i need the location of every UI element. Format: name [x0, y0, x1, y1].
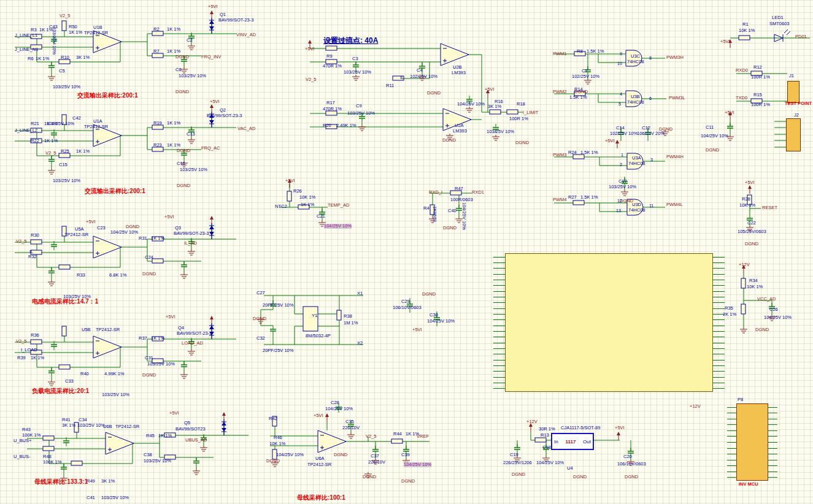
component-label: U1B: [93, 25, 102, 30]
p8-pin-stub: [768, 448, 777, 449]
mcu-pin-stub: [493, 343, 506, 343]
net-label: DGND: [422, 292, 436, 297]
p8-pin-stub: [768, 472, 777, 472]
component-label: C26: [769, 307, 778, 312]
component-label: 3: [650, 158, 653, 162]
component-label: SMT0603: [769, 21, 790, 26]
component-label: C2: [187, 38, 193, 43]
p8-pin-stub: [727, 442, 737, 443]
mcu-pin-stub: [493, 383, 506, 383]
component-label: R1: [742, 22, 749, 27]
p8-pin-stub: [727, 460, 737, 460]
component-label: C15: [59, 162, 67, 167]
mcu-pin-stub: [712, 302, 725, 303]
net-label: PWM2: [553, 90, 567, 94]
net-label: TEMP_AD: [328, 203, 349, 208]
component-label: 104/25V 10%: [764, 315, 792, 320]
p8-pin-stub: [727, 477, 737, 478]
component-label: 74HC08: [627, 100, 644, 105]
component-label: 1K 1%: [44, 139, 58, 143]
component-label: R7: [153, 49, 160, 54]
component-label: C28: [331, 400, 339, 405]
component-label: BAV99/SOT23: [175, 427, 206, 432]
section-title: TEST POINT: [785, 101, 812, 106]
p8-pin-stub: [727, 448, 737, 449]
component-label: 20PF/25V 10%: [263, 348, 293, 353]
component-label: R33: [77, 273, 85, 278]
net-label: V2_5: [306, 77, 317, 82]
section-title: 交流输出采样比:200:1: [77, 92, 138, 99]
component-label: 103/25V 10%: [347, 111, 375, 116]
component-label: 2.49K 1%: [336, 123, 356, 128]
mcu-pin-stub: [712, 308, 725, 309]
component-label: 103/25V 10%: [101, 495, 129, 500]
component-label: 74HC08: [628, 161, 645, 166]
component-label: R15: [753, 93, 762, 97]
net-label: +5VI: [164, 215, 174, 220]
net-label: PWM3H: [666, 55, 684, 60]
component-label: 1K 1%: [69, 30, 82, 35]
mcu-pin-stub: [493, 274, 506, 275]
component-label: C22: [747, 221, 756, 226]
component-label: 1K 1%: [76, 149, 90, 154]
component-label: C13: [187, 132, 195, 137]
net-label: PWM3L: [669, 96, 685, 101]
component-label: 1M 1%: [344, 321, 358, 326]
component-label: Q4: [178, 326, 184, 330]
component-label: C16: [177, 161, 185, 166]
component-label: R22: [31, 139, 39, 143]
component-label: 74HC08: [627, 59, 644, 64]
component-label: C41: [87, 495, 95, 500]
component-label: C17: [618, 179, 627, 184]
component-label: U4: [567, 466, 573, 471]
net-label: PWM4L: [666, 202, 683, 207]
net-label: V2_5: [366, 434, 377, 439]
component-label: R17: [326, 101, 335, 105]
component-label: X2: [357, 341, 363, 346]
component-label: R4: [423, 206, 430, 211]
ldo-part-label: 1117: [565, 439, 576, 445]
mcu-pin-stub: [712, 285, 725, 286]
net-label: DGND: [253, 316, 266, 321]
mcu-pin-stub: [493, 308, 506, 309]
section-title: 电感电流采样比:14.7：1: [32, 298, 98, 305]
component-label: 103/25V 10%: [487, 129, 514, 134]
component-label: R40: [80, 372, 89, 376]
component-label: 1K 1%: [167, 143, 180, 148]
mcu-pin-stub: [493, 257, 506, 258]
net-label: PWM1: [553, 52, 567, 56]
component-label: 8: [649, 56, 652, 61]
component-label: C30: [430, 313, 438, 318]
connector-p8-inv-mcu: [736, 403, 768, 481]
net-label: V2_5: [60, 13, 71, 18]
component-label: J1: [789, 74, 794, 78]
component-label: R31: [139, 236, 147, 241]
component-label: R6: [28, 56, 34, 61]
component-label: C31: [145, 356, 153, 361]
mcu-pin-stub: [712, 360, 725, 361]
mcu-pin-stub: [493, 297, 506, 297]
net-label: +5VI: [720, 39, 730, 44]
component-label: 10K 1%: [299, 195, 315, 200]
p8-pin-stub: [727, 419, 737, 419]
net-label: TXD0: [736, 96, 747, 101]
component-label: R50: [69, 25, 77, 29]
net-label: V2_5: [16, 239, 27, 244]
component-label: 2: [620, 162, 622, 167]
component-label: 4.99K 1%: [104, 372, 125, 376]
component-label: 1.5K 1%: [580, 150, 598, 155]
p8-pin-stub: [768, 419, 777, 419]
net-label: DGND: [512, 472, 525, 477]
net-label: FRQ_AC: [201, 146, 220, 151]
component-label: 102/25V 10%: [610, 131, 638, 136]
component-label: 74HC08: [628, 208, 645, 213]
component-label: 11: [649, 204, 653, 208]
component-label: C9: [356, 104, 362, 109]
component-label: 104/25V 10%: [457, 102, 485, 107]
net-label: +12V: [739, 262, 750, 267]
component-label: R47: [455, 186, 463, 191]
component-label: C14: [616, 126, 625, 131]
component-label: R39: [17, 356, 26, 361]
component-label: U3C: [631, 54, 640, 59]
mcu-pin-stub: [493, 302, 506, 303]
